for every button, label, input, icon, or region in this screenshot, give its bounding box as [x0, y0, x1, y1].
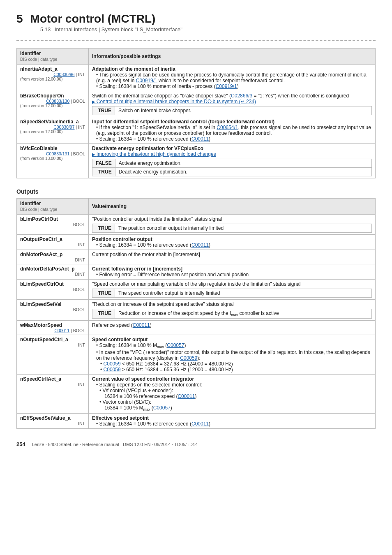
link-c00011-eff[interactable]: C00011: [191, 421, 209, 427]
identifier-cell: dnMotorDeltaPosAct_p DINT: [17, 264, 89, 280]
info-cell: "Reduction or increase of the setpoint s…: [89, 300, 376, 321]
link-c00059-sub2[interactable]: C00059: [104, 367, 121, 372]
info-title: "Speed controller or manipulating variab…: [92, 281, 300, 287]
info-title: Current following error in [increments]: [92, 266, 182, 272]
info-title: Current value of speed controller integr…: [92, 376, 194, 382]
id-code: C00830/96 | INT: [20, 72, 85, 77]
link-c00059-sub1[interactable]: C00059: [104, 361, 121, 367]
info-title: Deactivate energy optimisation for VFCpl…: [92, 146, 203, 151]
info-cell: Current following error in [increments] …: [89, 264, 376, 280]
sub-table: TRUE The speed controller output is inte…: [92, 289, 372, 298]
link-c00057-slvc[interactable]: C00057: [153, 405, 171, 411]
sub-text: The position controller output is intern…: [115, 224, 372, 233]
link-c00011-speed[interactable]: C00011: [178, 393, 195, 399]
table-row: nOutputSpeedCtrl_a INT Speed controller …: [17, 335, 376, 374]
inputs-header-row: Identifier DIS code | data type Informat…: [17, 49, 376, 65]
section-number: 5.13: [40, 26, 51, 32]
identifier-cell: bLimSpeedSetVal BOOL: [17, 300, 89, 321]
info-cell: Position controller output • Scaling: 16…: [89, 235, 376, 250]
info-title: Effective speed setpoint: [92, 415, 149, 421]
bullet-sub: • C00059 > 650 Hz: 16384 = 655.36 Hz (12…: [100, 367, 372, 372]
sub-table-row: TRUE Switch on internal brake chopper.: [92, 106, 372, 115]
info-cell: Switch on the internal brake chopper as …: [89, 91, 376, 117]
bullet: • Scaling: 16384 ≡ 100 % reference speed…: [96, 242, 372, 248]
footer-bar: 254 Lenze · 8400 StateLine · Reference m…: [16, 441, 376, 447]
info-title: Current position of the motor shaft in […: [92, 252, 200, 257]
table-row: wMaxMotorSpeed C00011 | BOOL Reference s…: [17, 321, 376, 335]
info-title: Speed controller output: [92, 337, 148, 342]
id-name: bBrakeChopperOn: [20, 93, 85, 99]
bullet-sub: • C00059 < 650 Hz: 16384 = 327.68 Hz (24…: [100, 361, 372, 367]
link-c02866[interactable]: C02866/3: [231, 93, 252, 99]
info-cell: Current position of the motor shaft in […: [89, 250, 376, 264]
id-code: C00011 | BOOL: [20, 328, 85, 333]
arrow-link[interactable]: Control of multiple internal brake chopp…: [92, 99, 256, 104]
info-title: "Reduction or increase of the setpoint s…: [92, 301, 234, 307]
info-cell: Adaptation of the moment of inertia • Th…: [89, 65, 376, 91]
id-type: BOOL: [20, 222, 85, 227]
info-cell: Speed controller output • Scaling: 16384…: [89, 335, 376, 374]
footer-text: Lenze · 8400 StateLine · Reference manua…: [32, 442, 198, 447]
id-name: bLimSpeedCtrlOut: [20, 281, 85, 287]
chapter-subtitle: 5.13 Internal interfaces | System block …: [40, 26, 376, 32]
sub-table-row: TRUE The position controller output is i…: [92, 224, 372, 233]
outputs-col2-header: Value/meaning: [89, 199, 376, 215]
sub-label: TRUE: [92, 106, 115, 115]
outputs-title: Outputs: [16, 188, 376, 195]
link-c00011[interactable]: C00011: [191, 136, 209, 142]
table-row: bLimSpeedSetVal BOOL "Reduction or incre…: [17, 300, 376, 321]
id-code: C00830/97 | INT: [20, 125, 85, 130]
arrow-link-vfc[interactable]: Improving the behaviour at high dynamic …: [92, 151, 216, 157]
sub-table: FALSE Activate energy optimisation. TRUE…: [92, 159, 372, 176]
id-name: nOutputSpeedCtrl_a: [20, 337, 85, 342]
info-cell: Deactivate energy optimisation for VFCpl…: [89, 144, 376, 178]
id-name: dnMotorPosAct_p: [20, 252, 85, 257]
identifier-cell: dnMotorPosAct_p DINT: [17, 250, 89, 264]
bullet: • Scaling: 16384 ≡ 100 % moment of inert…: [96, 83, 372, 89]
identifier-cell: nSpeedSetValueInertia_a C00830/97 | INT …: [17, 117, 89, 144]
id-code-link[interactable]: C00830/96: [53, 72, 74, 77]
sub-label: TRUE: [92, 168, 115, 176]
bullet: • If the selection "1: nSpeedSetValueIne…: [96, 125, 372, 136]
chapter-title: 5 Motor control (MCTRL): [16, 12, 376, 25]
id-name: bLimSpeedSetVal: [20, 301, 85, 307]
link-c00654[interactable]: C00654/1: [217, 125, 238, 130]
info-cell: Current value of speed controller integr…: [89, 374, 376, 413]
id-version: (from version 12.00.00): [20, 104, 85, 108]
identifier-cell: bVfcEcoDisable C00833/131 | BOOL (from v…: [17, 144, 89, 178]
table-row: bBrakeChopperOn C00833/130 | BOOL (from …: [17, 91, 376, 117]
info-cell: Reference speed (C00011): [89, 321, 376, 335]
sub-table-row: TRUE The speed controller output is inte…: [92, 289, 372, 298]
id-code-link[interactable]: C00830/97: [53, 125, 74, 130]
sub-text: The speed controller output is internall…: [115, 289, 372, 298]
info-cell: "Position controller output inside the l…: [89, 215, 376, 235]
table-row: nOutputPosCtrl_a INT Position controller…: [17, 235, 376, 250]
link-c00011-wmax[interactable]: C00011: [133, 322, 150, 328]
link-c00011-out[interactable]: C00011: [191, 242, 209, 248]
id-type: DINT: [20, 257, 85, 262]
link-c00919-2[interactable]: C00919/1: [216, 83, 237, 89]
sub-table: TRUE The position controller output is i…: [92, 224, 372, 233]
chapter-name: Motor control (MCTRL): [30, 12, 156, 25]
inputs-table: Identifier DIS code | data type Informat…: [16, 48, 376, 178]
identifier-cell: nSpeedCtrlIAct_a INT: [17, 374, 89, 413]
outputs-header-row: Identifier DIS code | data type Value/me…: [17, 199, 376, 215]
id-code-link[interactable]: C00833/130: [46, 99, 69, 104]
id-code-link[interactable]: C00833/131: [46, 151, 69, 156]
link-c00057[interactable]: C00057: [167, 342, 184, 348]
table-row: nSpeedSetValueInertia_a C00830/97 | INT …: [17, 117, 376, 144]
id-name: nSpeedCtrlIAct_a: [20, 376, 85, 382]
bullet: • Scaling: 16384 ≡ 100 % reference speed…: [96, 421, 372, 427]
sub-label: TRUE: [92, 309, 115, 319]
bullet-sub: 16384 ≡ 100 % reference speed (C00011): [104, 393, 372, 399]
info-title: Position controller output: [92, 236, 152, 242]
id-type: INT: [20, 242, 85, 247]
link-c00059[interactable]: C00059: [180, 355, 197, 361]
id-name: wMaxMotorSpeed: [20, 322, 85, 328]
bullet-sub: • Vector control (SLVC):: [99, 399, 372, 405]
id-name: nInertiaAdapt_a: [20, 66, 85, 72]
id-name: nSpeedSetValueInertia_a: [20, 119, 85, 125]
id-code-link[interactable]: C00011: [54, 328, 69, 333]
link-c00919[interactable]: C00919/1: [136, 78, 157, 83]
page-number: 254: [16, 441, 25, 447]
